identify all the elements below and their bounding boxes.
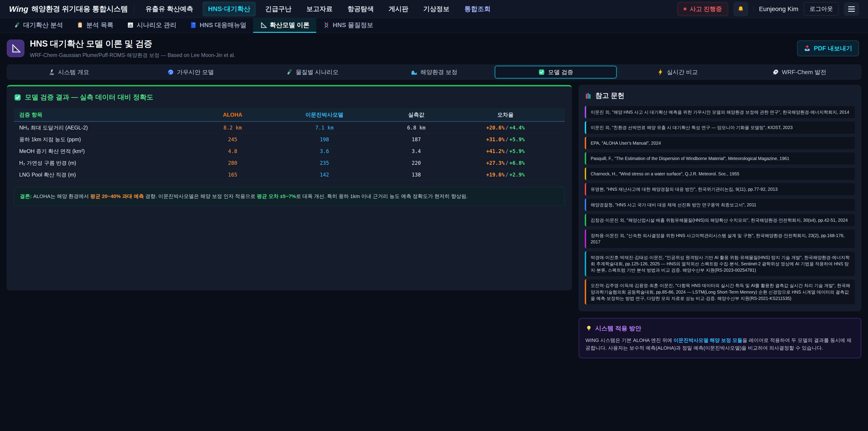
reference-item: Pasquill, F., "The Estimation of the Dis… xyxy=(585,152,855,165)
rocket-icon xyxy=(772,69,779,75)
error-model: +5.9% xyxy=(509,136,525,143)
top-nav: Wing 해양환경 위기대응 통합시스템 유출유 확산예측HNS·대기확산긴급구… xyxy=(0,0,868,18)
error-aloha: +41.2% xyxy=(486,148,504,154)
section-tab-label: 해양환경 보정 xyxy=(421,68,457,76)
application-body: WING 시스템은 기본 ALOHA 엔진 위에 이문진박사모델 해양 보정 모… xyxy=(585,337,855,352)
module-tab-label: 시나리오 관리 xyxy=(137,21,177,29)
cell-model: 198 xyxy=(268,136,381,143)
section-tab-해양환경 보정[interactable]: 해양환경 보정 xyxy=(373,66,495,79)
col-header-item: 검증 항목 xyxy=(19,111,197,118)
check-icon xyxy=(14,94,22,101)
module-tab-label: 대기확산 분석 xyxy=(23,21,63,29)
reference-item: Charnock, H., "Wind stress on a water su… xyxy=(585,167,855,180)
export-icon xyxy=(804,45,811,52)
brand-title: 해양환경 위기대응 통합시스템 xyxy=(31,4,128,14)
cell-error: +27.3%/+6.8% xyxy=(452,160,559,166)
cell-measured: 138 xyxy=(381,172,452,178)
dna-icon xyxy=(323,22,330,29)
page-header: HNS 대기확산 모델 이론 및 검증 WRF-Chem·Gaussian Pl… xyxy=(0,33,868,63)
cell-model: 3.6 xyxy=(268,148,381,154)
references-list: 이문진 외, "해양 HNS 사고 시 대기확산 예측을 위한 가우시안 모델의… xyxy=(585,106,855,305)
cell-item: MeOH 증기 확산 면적 (km²) xyxy=(19,148,197,155)
status-dot-icon xyxy=(684,7,686,10)
module-tab-확산모델 이론[interactable]: 확산모델 이론 xyxy=(253,18,316,33)
nav-item-기상정보[interactable]: 기상정보 xyxy=(417,2,455,17)
section-tab-실시간 비교[interactable]: 실시간 비교 xyxy=(617,66,739,79)
logout-button[interactable]: 로그아웃 xyxy=(804,2,839,16)
validation-title: 모델 검증 결과 — 실측 데이터 대비 정확도 xyxy=(14,93,565,102)
application-card: 시스템 적용 방안 WING 시스템은 기본 ALOHA 엔진 위에 이문진박사… xyxy=(579,318,861,358)
section-tab-label: 실시간 비교 xyxy=(667,68,698,76)
validation-table: 검증 항목 ALOHA 이문진박사모델 실측값 오차율 NH₃ 최대 도달거리 … xyxy=(14,108,565,181)
error-separator: / xyxy=(504,172,509,178)
microscope-icon xyxy=(49,69,55,75)
table-row: MeOH 증기 확산 면적 (km²)4.83.63.4+41.2%/+5.9% xyxy=(14,145,565,157)
nav-item-게시판[interactable]: 게시판 xyxy=(383,2,414,17)
pdf-export-label: PDF 내보내기 xyxy=(814,44,852,53)
triangle-ruler-icon xyxy=(11,43,21,53)
nav-item-유출유 확산예측[interactable]: 유출유 확산예측 xyxy=(140,2,199,17)
reference-item: EPA, "ALOHA User's Manual", 2024 xyxy=(585,137,855,149)
cell-aloha: 280 xyxy=(197,160,268,166)
reference-item: 장하용·이문진 외, "신속한 의사결정을 위한 HNS 사고이력관리시스템 설… xyxy=(585,229,855,248)
nav-item-통합조회[interactable]: 통합조회 xyxy=(459,2,496,17)
notifications-button[interactable] xyxy=(734,2,748,16)
section-tab-물질별 시나리오[interactable]: 물질별 시나리오 xyxy=(251,66,373,79)
cell-model: 235 xyxy=(268,160,381,166)
module-tab-HNS 대응매뉴얼[interactable]: HNS 대응매뉴얼 xyxy=(183,18,253,33)
error-separator: / xyxy=(504,125,509,131)
user-name: Eunjeong Kim xyxy=(759,5,798,13)
nav-item-항공탐색[interactable]: 항공탐색 xyxy=(342,2,379,17)
table-header-row: 검증 항목 ALOHA 이문진박사모델 실측값 오차율 xyxy=(14,108,565,122)
cell-model: 142 xyxy=(268,172,381,178)
cell-error: +31.0%/+5.9% xyxy=(452,136,559,143)
module-tab-시나리오 관리[interactable]: 시나리오 관리 xyxy=(120,18,183,33)
top-nav-right: 사고 진행중 Eunjeong Kim 로그아웃 xyxy=(677,2,859,16)
bell-icon xyxy=(737,6,744,12)
books-icon xyxy=(585,92,592,99)
module-tab-label: 확산모델 이론 xyxy=(270,21,309,29)
module-tab-label: HNS 대응매뉴얼 xyxy=(199,21,246,29)
page-header-text: HNS 대기확산 모델 이론 및 검증 WRF-Chem·Gaussian Pl… xyxy=(30,38,235,59)
section-tab-모델 검증[interactable]: 모델 검증 xyxy=(495,66,617,79)
section-tab-가우시안 모델[interactable]: 가우시안 모델 xyxy=(130,66,252,79)
section-tab-WRF-Chem 발전[interactable]: WRF-Chem 발전 xyxy=(738,66,860,79)
error-model: +6.8% xyxy=(509,160,525,166)
right-column: 참고 문헌 이문진 외, "해양 HNS 사고 시 대기확산 예측을 위한 가우… xyxy=(579,85,861,358)
error-separator: / xyxy=(504,148,509,154)
cell-error: +20.6%/+4.4% xyxy=(452,125,559,131)
module-tab-대기확산 분석[interactable]: 대기확산 분석 xyxy=(7,18,70,33)
nav-item-HNS·대기확산[interactable]: HNS·대기확산 xyxy=(203,2,256,17)
cell-measured: 6.8 km xyxy=(381,125,452,131)
nav-item-긴급구난[interactable]: 긴급구난 xyxy=(259,2,297,17)
table-row: LNG Pool 확산 직경 (m)165142138+19.6%/+2.9% xyxy=(14,169,565,181)
error-model: +5.9% xyxy=(509,148,525,154)
pdf-export-button[interactable]: PDF 내보내기 xyxy=(797,40,859,56)
brand[interactable]: Wing 해양환경 위기대응 통합시스템 xyxy=(9,4,128,14)
section-tab-시스템 개요[interactable]: 시스템 개요 xyxy=(8,66,130,79)
nav-divider xyxy=(134,4,134,14)
section-tab-label: 모델 검증 xyxy=(548,68,573,76)
cell-item: NH₃ 최대 도달거리 (AEGL-2) xyxy=(19,124,197,131)
hamburger-menu-button[interactable] xyxy=(844,2,859,16)
clipboard-icon xyxy=(76,22,84,29)
cell-model: 7.1 km xyxy=(268,125,381,131)
module-tab-HNS 물질정보[interactable]: HNS 물질정보 xyxy=(316,18,380,33)
error-aloha: +19.6% xyxy=(486,172,504,178)
cell-aloha: 245 xyxy=(197,136,268,143)
error-separator: / xyxy=(504,160,509,166)
cell-aloha: 165 xyxy=(197,172,268,178)
reference-item: 이문진 외, "해양 HNS 사고 시 대기확산 예측을 위한 가우시안 모델의… xyxy=(585,106,855,118)
cell-item: LNG Pool 확산 직경 (m) xyxy=(19,171,197,178)
error-aloha: +27.3% xyxy=(486,160,504,166)
error-separator: / xyxy=(504,136,509,143)
nav-item-보고자료[interactable]: 보고자료 xyxy=(301,2,338,17)
main-nav: 유출유 확산예측HNS·대기확산긴급구난보고자료항공탐색게시판기상정보통합조회 xyxy=(140,2,496,17)
test-tube-icon xyxy=(286,69,293,75)
wave-icon xyxy=(411,69,417,75)
module-tab-분석 목록[interactable]: 분석 목록 xyxy=(70,18,120,33)
cell-item: 풍하 1km 지점 농도 (ppm) xyxy=(19,136,197,143)
section-tab-label: WRF-Chem 발전 xyxy=(782,68,826,76)
validation-card: 모델 검증 결과 — 실측 데이터 대비 정확도 검증 항목 ALOHA 이문진… xyxy=(7,85,572,290)
main-content: 모델 검증 결과 — 실측 데이터 대비 정확도 검증 항목 ALOHA 이문진… xyxy=(7,85,861,358)
